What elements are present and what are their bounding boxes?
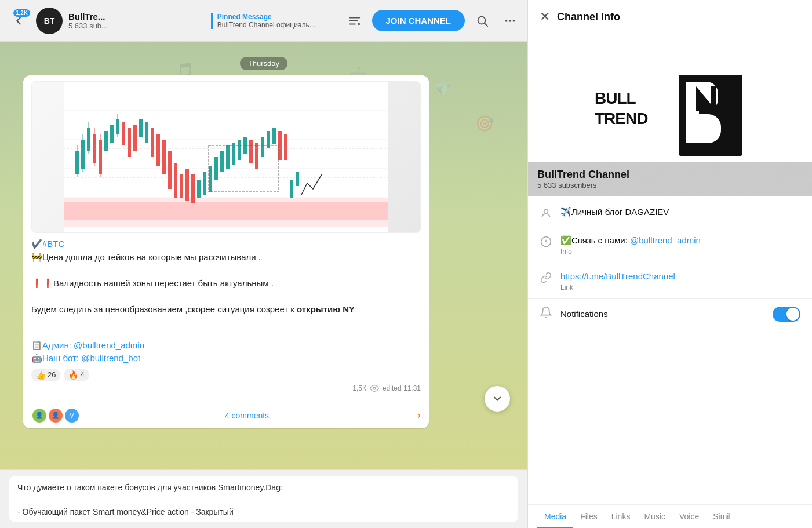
tab-music[interactable]: Music <box>637 505 672 528</box>
svg-text:🎯: 🎯 <box>475 114 494 133</box>
svg-rect-68 <box>278 131 282 160</box>
comments-row[interactable]: 👤 👤 V 4 comments › <box>31 403 421 424</box>
link-icon <box>540 271 552 284</box>
comment-avatar-3: V <box>64 407 80 424</box>
svg-rect-63 <box>249 140 253 163</box>
pinned-message[interactable]: Pinned Message BullTrend Channel официал… <box>211 13 338 29</box>
contact-row[interactable]: ✅Связь с нами: @bulltrend_admin Info <box>528 227 812 263</box>
svg-rect-38 <box>110 125 114 143</box>
search-button[interactable] <box>472 10 493 31</box>
message-line3: Будем следить за ценообразованием ,скоре… <box>31 303 421 316</box>
tab-similar[interactable]: Simil <box>706 505 737 528</box>
bot-link[interactable]: 🤖Наш бот: @bulltrend_bot <box>31 353 140 363</box>
svg-rect-53 <box>191 174 195 203</box>
svg-point-8 <box>513 20 515 22</box>
comment-avatar-1: 👤 <box>31 407 48 424</box>
info-section: ✈️Личный блог DAGAZIEV ✅Связь с нами: @b… <box>528 196 812 331</box>
svg-rect-45 <box>145 122 148 143</box>
bio-text: ✈️Личный блог DAGAZIEV <box>560 206 800 218</box>
view-count: 1,5К <box>352 384 366 392</box>
media-tabs: Media Files Links Music Voice Simil <box>528 504 812 528</box>
left-panel: 1,2K BT BullTre... 5 633 sub... Pinned M… <box>0 0 527 528</box>
svg-rect-56 <box>209 166 212 192</box>
top-actions: JOIN CHANNEL <box>344 10 521 31</box>
svg-rect-55 <box>203 172 206 195</box>
svg-rect-73 <box>64 202 388 220</box>
top-bar: 1,2K BT BullTre... 5 633 sub... Pinned M… <box>0 0 527 42</box>
svg-point-85 <box>544 209 548 213</box>
close-button[interactable]: ✕ <box>540 9 550 24</box>
edited-time: edited 11:31 <box>383 384 421 392</box>
join-channel-button[interactable]: JOIN CHANNEL <box>372 10 465 31</box>
svg-text:TREND: TREND <box>595 110 648 128</box>
scroll-down-button[interactable] <box>485 386 510 412</box>
right-panel: ✕ Channel Info BULL TREND BullTrend Ch <box>527 0 812 528</box>
svg-rect-46 <box>151 128 154 157</box>
contact-link[interactable]: @bulltrend_admin <box>630 235 701 245</box>
bio-icon <box>540 207 552 220</box>
link-row[interactable]: https://t.me/BullTrendChannel Link <box>528 263 812 299</box>
notifications-label: Notifications <box>560 309 764 319</box>
right-header: ✕ Channel Info <box>528 0 812 34</box>
svg-rect-59 <box>226 145 230 169</box>
contact-label: Info <box>560 247 800 256</box>
svg-rect-48 <box>162 140 166 174</box>
notification-icon <box>540 306 552 322</box>
views-icon <box>370 384 379 393</box>
reaction-fire[interactable]: 🔥 4 <box>64 369 89 381</box>
chat-area[interactable]: 🎮 ⭐ 🎵 🍕 🤖 💎 🔭 🌙 ⚡ 🎲 🌟 🎯 Thursday <box>0 42 527 469</box>
back-button[interactable]: 1,2K <box>7 9 30 32</box>
svg-rect-47 <box>156 134 160 166</box>
svg-text:BULL: BULL <box>595 89 636 107</box>
svg-rect-71 <box>296 172 299 186</box>
svg-rect-50 <box>174 163 177 198</box>
svg-point-76 <box>373 387 376 389</box>
channel-banner-subs: 5 633 subscribers <box>537 181 803 190</box>
notifications-toggle[interactable] <box>773 307 800 322</box>
svg-rect-69 <box>284 134 287 160</box>
tab-voice[interactable]: Voice <box>672 505 706 528</box>
tab-media[interactable]: Media <box>537 505 573 528</box>
reaction-thumbsup[interactable]: 👍 26 <box>31 369 60 381</box>
svg-rect-65 <box>261 137 264 157</box>
filter-button[interactable] <box>344 10 365 31</box>
message-bubble: ✔️#BTC 🚧Цена дошла до тейков на которые … <box>23 75 429 428</box>
comments-arrow[interactable]: › <box>417 409 421 421</box>
svg-line-5 <box>485 23 487 26</box>
svg-rect-44 <box>139 119 143 137</box>
comments-link[interactable]: 4 comments <box>225 411 269 420</box>
svg-point-3 <box>358 23 360 25</box>
bio-content: ✈️Личный блог DAGAZIEV <box>560 206 800 218</box>
preview-message: Что думаете о таком пакете бонусов для у… <box>9 476 518 522</box>
svg-point-7 <box>509 20 511 22</box>
tab-links[interactable]: Links <box>605 505 638 528</box>
preview-text: Что думаете о таком пакете бонусов для у… <box>17 483 283 516</box>
link-label: Link <box>560 283 800 292</box>
divider <box>31 398 421 398</box>
admin-link[interactable]: 📋Админ: @bulltrend_admin <box>31 340 144 350</box>
reactions: 👍 26 🔥 4 <box>31 369 421 381</box>
toggle-knob <box>786 308 799 321</box>
tab-files[interactable]: Files <box>573 505 605 528</box>
svg-rect-51 <box>180 174 183 198</box>
channel-banner-name: BullTrend Channel <box>537 169 803 181</box>
channel-banner: BULL TREND BullTrend Channel 5 633 subsc… <box>528 34 812 196</box>
svg-rect-52 <box>185 169 189 201</box>
svg-point-6 <box>505 20 508 22</box>
channel-info-title: Channel Info <box>557 11 620 23</box>
svg-rect-60 <box>232 143 235 165</box>
more-options-button[interactable] <box>500 10 520 31</box>
svg-rect-43 <box>133 125 137 151</box>
svg-rect-49 <box>168 151 172 189</box>
link-content: https://t.me/BullTrendChannel Link <box>560 270 800 292</box>
chart-image <box>31 81 421 233</box>
channel-banner-info: BullTrend Channel 5 633 subscribers <box>528 162 812 196</box>
bio-row: ✈️Личный блог DAGAZIEV <box>528 199 812 227</box>
pinned-text: BullTrend Channel официаль... <box>217 21 333 29</box>
message-meta: 1,5К edited 11:31 <box>31 384 421 393</box>
svg-text:💎: 💎 <box>435 81 452 97</box>
contact-content: ✅Связь с нами: @bulltrend_admin Info <box>560 234 800 256</box>
svg-rect-67 <box>272 128 276 144</box>
svg-rect-84 <box>711 86 716 111</box>
channel-link[interactable]: https://t.me/BullTrendChannel <box>560 271 675 281</box>
